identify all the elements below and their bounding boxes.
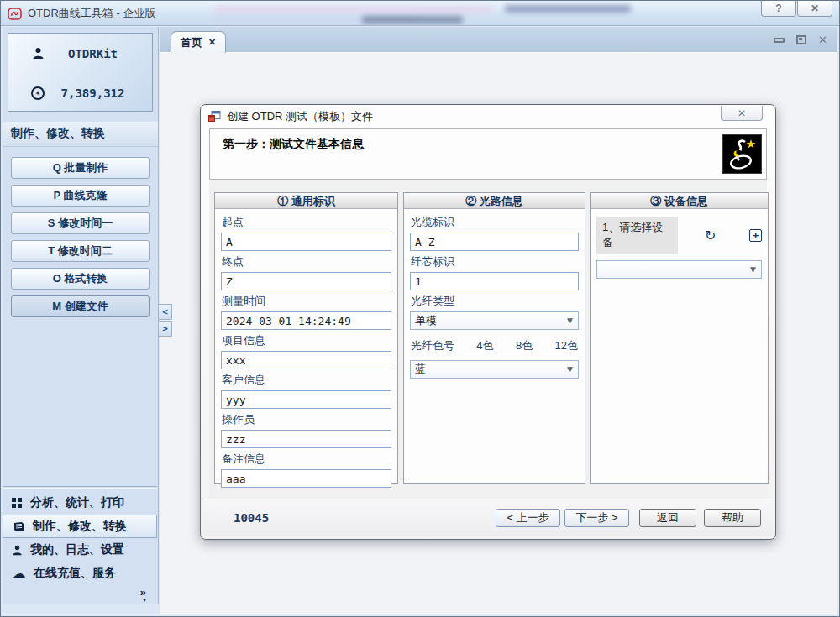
chevron-down-icon: ▼ [567, 365, 573, 374]
window-close-button[interactable]: ✕ [797, 1, 832, 17]
nav-item-my-logs-settings[interactable]: 我的、日志、设置 [3, 538, 157, 562]
divider [3, 488, 157, 489]
field-label-measure-time: 测量时间 [222, 294, 391, 309]
fiber-color-option-12[interactable]: 12色 [555, 338, 578, 353]
app-logo-icon [8, 7, 22, 20]
sidebar-section-title: 制作、修改、转换 [3, 122, 158, 147]
start-point-input[interactable] [221, 233, 391, 251]
cable-id-input[interactable] [410, 233, 579, 251]
mdi-window-buttons: ✕ [774, 34, 827, 45]
username: OTDRKit [49, 47, 152, 60]
form-icon [208, 111, 221, 122]
sidebar-button-format-convert[interactable]: O 格式转换 [11, 268, 150, 290]
collapse-right-button[interactable]: > [158, 321, 172, 337]
panel-general-id-title: ① 通用标识 [215, 193, 397, 209]
app-window: OTDR曲线工具箱 - 企业版 ? ✕ OTDRKit ✶ 7,389,312 … [0, 0, 840, 617]
nav-item-label: 我的、日志、设置 [30, 542, 124, 557]
grid-icon [12, 498, 23, 509]
fiber-color-option-8[interactable]: 8色 [516, 338, 533, 353]
field-label-customer-info: 客户信息 [222, 373, 391, 388]
customer-info-input[interactable] [221, 390, 391, 409]
fiber-core-id-input[interactable] [410, 272, 579, 290]
user-icon [27, 47, 49, 60]
dialog-code: 10045 [234, 511, 269, 525]
add-device-icon[interactable]: + [749, 229, 762, 242]
sidebar-nav-section: 分析、统计、打印 制作、修改、转换 我的、日志、设置 ☁ 在线充值、服务 » ▾ [3, 486, 157, 604]
fiber-type-select[interactable]: 单模 ▼ [410, 311, 579, 330]
step-title: 第一步：测试文件基本信息 [210, 129, 766, 152]
user-panel: OTDRKit ✶ 7,389,312 [8, 33, 153, 112]
tab-home[interactable]: 首页 ✕ [171, 31, 226, 53]
nav-item-label: 在线充值、服务 [34, 566, 116, 581]
chevron-down-icon: ▼ [567, 316, 573, 325]
chevron-down-icon: ▼ [750, 265, 756, 274]
dialog-close-icon: ✕ [738, 107, 746, 119]
sidebar-button-group: Q 批量制作 P 曲线克隆 S 修改时间一 T 修改时间二 O 格式转换 M 创… [3, 147, 158, 317]
dialog-body: ① 通用标识 起点 终点 测量时间 项目信息 客户信息 操作员 备注信息 [209, 180, 767, 499]
refresh-icon[interactable]: ↻ [705, 227, 716, 243]
field-label-project-info: 项目信息 [222, 333, 391, 348]
mdi-close-icon[interactable]: ✕ [818, 34, 827, 45]
glass-blur-decoration [362, 16, 463, 24]
measure-time-input[interactable] [221, 311, 391, 330]
field-label-fiber-type: 光纤类型 [411, 294, 579, 309]
remarks-input[interactable] [221, 469, 391, 488]
sidebar-button-curve-clone[interactable]: P 曲线克隆 [11, 185, 150, 207]
collapse-left-button[interactable]: < [158, 304, 172, 320]
coin-icon: ✶ [31, 86, 45, 100]
help-icon: ? [775, 3, 781, 14]
nav-item-online-recharge-service[interactable]: ☁ 在线充值、服务 [3, 562, 157, 585]
return-button[interactable]: 返回 [639, 509, 696, 527]
panel-optical-path: ② 光路信息 光缆标识 纤芯标识 光纤类型 单模 ▼ 光纤色号 4色 8色 [403, 192, 585, 484]
nav-item-analyze-stats-print[interactable]: 分析、统计、打印 [3, 491, 157, 515]
tab-close-icon[interactable]: ✕ [208, 37, 216, 48]
device-select[interactable]: ▼ [596, 260, 762, 279]
field-label-remarks: 备注信息 [222, 452, 391, 467]
fiber-color-row: 光纤色号 4色 8色 12色 [411, 338, 578, 353]
panel-device-info: ③ 设备信息 1、请选择设备 ↻ + ▼ [590, 192, 769, 484]
field-label-fiber-color: 光纤色号 [411, 338, 454, 353]
person-icon [12, 545, 23, 556]
chevron-down-icon[interactable]: ▾ [143, 596, 146, 604]
step-header: 第一步：测试文件基本信息 [209, 128, 767, 180]
nav-overflow-buttons[interactable]: » ▾ [3, 588, 157, 604]
glass-blur-decoration [215, 6, 492, 13]
create-otdr-file-dialog: 创建 OTDR 测试（模板）文件 ✕ 第一步：测试文件基本信息 ① 通用标识 [200, 104, 776, 540]
project-info-input[interactable] [221, 351, 391, 369]
field-label-operator: 操作员 [222, 412, 391, 427]
sidebar-button-create-file[interactable]: M 创建文件 [11, 295, 150, 317]
previous-step-button[interactable]: < 上一步 [496, 509, 560, 527]
dialog-title-bar: 创建 OTDR 测试（模板）文件 [208, 105, 373, 128]
minimize-icon[interactable] [774, 38, 785, 43]
next-step-button[interactable]: 下一步 > [564, 509, 629, 527]
window-title: OTDR曲线工具箱 - 企业版 [28, 6, 155, 21]
tab-label: 首页 [181, 35, 202, 50]
splitter-buttons: < > [158, 304, 172, 337]
fiber-color-select[interactable]: 蓝 ▼ [410, 360, 579, 379]
panel-device-info-title: ③ 设备信息 [591, 193, 768, 209]
operator-input[interactable] [221, 430, 391, 448]
field-label-cable-id: 光缆标识 [411, 215, 579, 230]
sidebar-button-modify-time-1[interactable]: S 修改时间一 [11, 212, 150, 234]
glass-blur-decoration [505, 5, 631, 13]
tab-strip: 首页 ✕ ✕ [160, 27, 837, 53]
dialog-footer: 10045 < 上一步 下一步 > 返回 帮助 [203, 499, 773, 536]
fiber-color-option-4[interactable]: 4色 [476, 338, 493, 353]
help-button-dialog[interactable]: 帮助 [704, 509, 761, 527]
title-bar: OTDR曲线工具箱 - 企业版 ? ✕ [1, 1, 839, 26]
sidebar-button-batch-create[interactable]: Q 批量制作 [11, 157, 150, 179]
restore-icon[interactable] [796, 35, 806, 44]
end-point-input[interactable] [221, 272, 391, 290]
sidebar-button-modify-time-2[interactable]: T 修改时间二 [11, 240, 150, 262]
fiber-color-value: 蓝 [415, 362, 426, 377]
book-icon [13, 521, 25, 532]
field-label-start-point: 起点 [222, 215, 391, 230]
close-icon: ✕ [811, 3, 819, 14]
nav-item-label: 制作、修改、转换 [33, 519, 127, 534]
dialog-close-button[interactable]: ✕ [721, 106, 763, 121]
panel-optical-path-title: ② 光路信息 [404, 193, 585, 209]
device-select-row: 1、请选择设备 ↻ + [596, 217, 762, 254]
nav-item-create-modify-convert[interactable]: 制作、修改、转换 [3, 515, 157, 538]
chevron-more-icon[interactable]: » [140, 588, 146, 596]
help-button[interactable]: ? [761, 1, 796, 17]
